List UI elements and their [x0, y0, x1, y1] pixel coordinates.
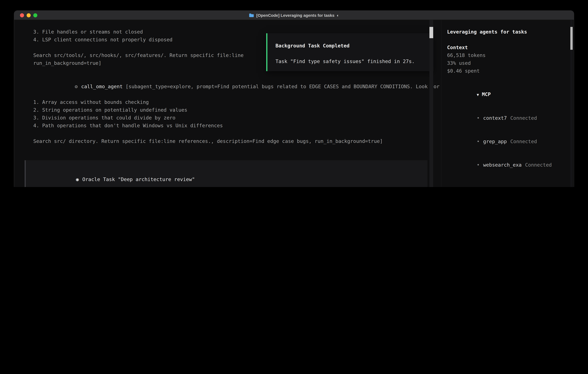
session-title: Leveraging agents for tasks [447, 28, 567, 36]
terminal-line: Search src/ directory. Return specific f… [33, 137, 424, 145]
toast-body: Task "Find type safety issues" finished … [275, 58, 425, 65]
context-spent: $0.46 spent [447, 67, 567, 75]
scrollback-area: 3. File handles or streams not closed 4.… [14, 20, 441, 187]
terminal-line: 2. String operations on potentially unde… [33, 106, 424, 114]
opencode-terminal-window: [OpenCode] Leveraging agents for tasks ◐… [14, 10, 574, 187]
main-scrollbar[interactable] [430, 20, 433, 187]
context-used: 33% used [447, 59, 567, 67]
collapse-arrow-icon: ▼ [477, 93, 479, 97]
mcp-item: •grep_appConnected [447, 130, 567, 153]
mcp-status: Connected [510, 139, 537, 144]
notification-toast: Background Task Completed Task "Find typ… [266, 33, 433, 71]
conversation-pane: 3. File handles or streams not closed 4.… [14, 20, 441, 187]
tool-call-line: ⚙call_omo_agent[subagent_type=explore, p… [33, 75, 424, 98]
oracle-task-panel: ◉Oracle Task "Deep architecture review" … [25, 160, 427, 187]
tool-call-block: ⚙call_omo_agent[subagent_type=explore, p… [33, 75, 424, 130]
mcp-name: context7 [483, 115, 507, 121]
mcp-status: Connected [510, 115, 537, 121]
lsp-section-header[interactable]: ▼LSP [447, 185, 567, 187]
busy-indicator-icon: ◐ [337, 13, 339, 18]
record-icon: ◉ [76, 177, 79, 182]
oracle-title-line: ◉Oracle Task "Deep architecture review" [34, 168, 419, 187]
mcp-name: grep_app [483, 139, 507, 144]
bullet-icon: • [477, 115, 480, 121]
mcp-item: •context7Connected [447, 106, 567, 130]
bullet-icon: • [477, 162, 480, 168]
mcp-status: Connected [525, 162, 552, 168]
gear-icon: ⚙ [75, 83, 78, 89]
mcp-item: •websearch_exaConnected [447, 153, 567, 177]
terminal-line: 4. Path operations that don't handle Win… [33, 122, 424, 130]
close-button[interactable] [20, 13, 24, 17]
sidebar: Leveraging agents for tasks Context 66,5… [441, 20, 574, 187]
toast-title: Background Task Completed [275, 42, 425, 50]
folder-icon [249, 13, 254, 17]
scrollback-paragraph: Search src/ directory. Return specific f… [33, 137, 424, 145]
sidebar-scrollbar-thumb[interactable] [570, 27, 573, 50]
terminal-line: 3. Division operations that could divide… [33, 114, 424, 122]
tool-name: call_omo_agent [81, 83, 123, 89]
bullet-icon: • [477, 139, 480, 144]
mcp-section-header[interactable]: ▼MCP [447, 83, 567, 106]
zoom-button[interactable] [33, 13, 37, 17]
minimize-button[interactable] [27, 13, 31, 17]
window-title: [OpenCode] Leveraging agents for tasks ◐ [14, 11, 574, 20]
terminal-line: 1. Array access without bounds checking [33, 98, 424, 106]
mcp-heading: MCP [482, 91, 491, 97]
window-title-text: [OpenCode] Leveraging agents for tasks [256, 13, 335, 18]
context-heading: Context [447, 44, 567, 52]
context-tokens: 66,518 tokens [447, 52, 567, 59]
screen: [OpenCode] Leveraging agents for tasks ◐… [0, 0, 588, 187]
window-controls [20, 13, 37, 17]
oracle-title: Oracle Task "Deep architecture review" [82, 177, 195, 182]
tool-args: [subagent_type=explore, prompt=Find pote… [126, 83, 440, 89]
window-titlebar[interactable]: [OpenCode] Leveraging agents for tasks ◐ [14, 11, 574, 20]
scrollbar-thumb[interactable] [430, 27, 433, 38]
mcp-name: websearch_exa [483, 162, 522, 168]
